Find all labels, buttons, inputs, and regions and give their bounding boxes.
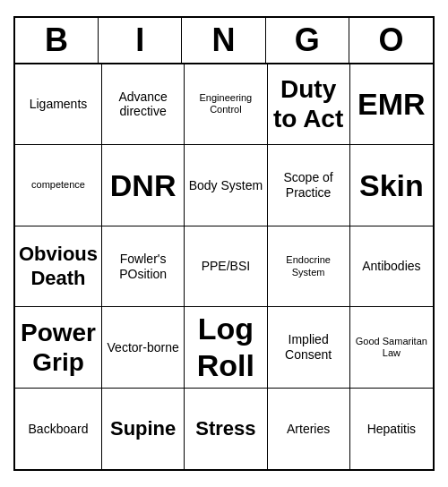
cell-text-4: EMR [358, 86, 426, 123]
cell-text-15: Power Grip [19, 318, 98, 378]
cell-text-0: Ligaments [30, 97, 88, 112]
header-letter-B: B [15, 18, 99, 63]
bingo-cell-24: Hepatitis [350, 389, 433, 470]
header-letter-G: G [266, 18, 349, 63]
bingo-cell-7: Body System [185, 145, 267, 226]
bingo-cell-4: EMR [350, 64, 433, 146]
header-letter-O: O [349, 18, 433, 63]
cell-text-5: competence [31, 179, 85, 191]
cell-text-1: Advance directive [106, 90, 180, 120]
bingo-cell-10: Obvious Death [15, 226, 102, 308]
header-letter-N: N [182, 18, 265, 63]
cell-text-20: Backboard [29, 422, 89, 437]
bingo-cell-11: Fowler's POsition [102, 226, 185, 308]
bingo-cell-6: DNR [102, 145, 185, 226]
header-letter-I: I [99, 18, 182, 63]
cell-text-6: DNR [110, 167, 177, 204]
cell-text-10: Obvious Death [19, 243, 98, 290]
cell-text-16: Vector-borne [108, 340, 179, 355]
bingo-cell-17: Log Roll [185, 307, 267, 389]
cell-text-8: Scope of Practice [271, 170, 346, 201]
bingo-cell-1: Advance directive [102, 64, 185, 146]
cell-text-3: Duty to Act [271, 74, 346, 134]
cell-text-21: Supine [110, 417, 176, 440]
bingo-cell-13: Endocrine System [268, 226, 350, 308]
cell-text-11: Fowler's POsition [106, 252, 180, 282]
bingo-cell-18: Implied Consent [268, 307, 350, 389]
bingo-cell-20: Backboard [15, 389, 102, 470]
cell-text-2: Engineering Control [188, 92, 263, 115]
cell-text-23: Arteries [287, 422, 330, 437]
bingo-cell-9: Skin [350, 145, 433, 226]
cell-text-17: Log Roll [188, 311, 263, 384]
cell-text-19: Good Samaritan Law [354, 336, 429, 359]
bingo-cell-3: Duty to Act [268, 64, 350, 146]
bingo-cell-23: Arteries [268, 389, 350, 470]
bingo-cell-21: Supine [102, 389, 185, 470]
bingo-cell-8: Scope of Practice [268, 145, 350, 226]
cell-text-18: Implied Consent [271, 332, 346, 363]
cell-text-14: Antibodies [362, 259, 420, 274]
cell-text-22: Stress [195, 417, 255, 440]
bingo-cell-22: Stress [185, 389, 267, 470]
bingo-cell-12: PPE/BSI [185, 226, 267, 308]
bingo-cell-14: Antibodies [350, 226, 433, 308]
cell-text-12: PPE/BSI [202, 259, 250, 274]
bingo-grid: LigamentsAdvance directiveEngineering Co… [15, 64, 433, 470]
cell-text-7: Body System [189, 178, 263, 193]
bingo-cell-15: Power Grip [15, 307, 102, 389]
bingo-card: BINGO LigamentsAdvance directiveEngineer… [13, 16, 435, 472]
bingo-cell-19: Good Samaritan Law [350, 307, 433, 389]
bingo-cell-5: competence [15, 145, 102, 226]
cell-text-24: Hepatitis [367, 422, 416, 437]
cell-text-9: Skin [359, 167, 424, 204]
cell-text-13: Endocrine System [271, 254, 346, 278]
bingo-cell-2: Engineering Control [185, 64, 267, 146]
bingo-header: BINGO [15, 18, 433, 64]
bingo-cell-0: Ligaments [15, 64, 102, 146]
bingo-cell-16: Vector-borne [102, 307, 185, 389]
